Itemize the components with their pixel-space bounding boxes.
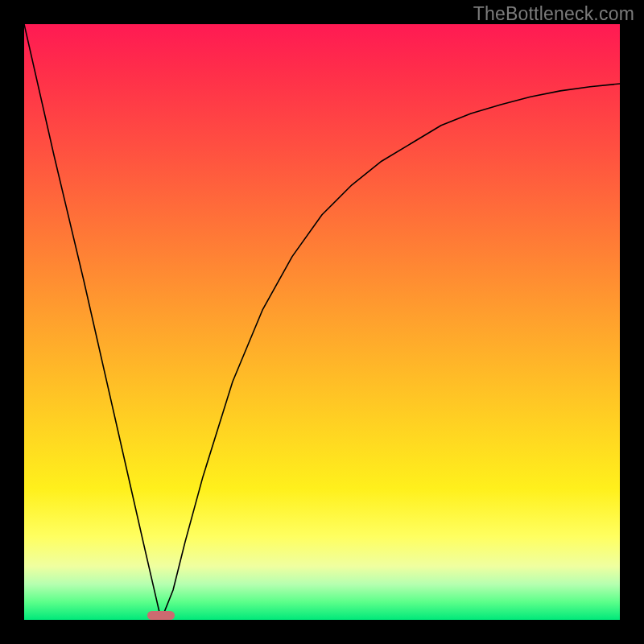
chart-frame: TheBottleneck.com [0, 0, 644, 644]
curve-svg [24, 24, 620, 620]
watermark-text: TheBottleneck.com [473, 3, 634, 25]
plot-area [24, 24, 620, 620]
bottleneck-curve [24, 24, 620, 620]
minimum-marker [147, 611, 175, 620]
